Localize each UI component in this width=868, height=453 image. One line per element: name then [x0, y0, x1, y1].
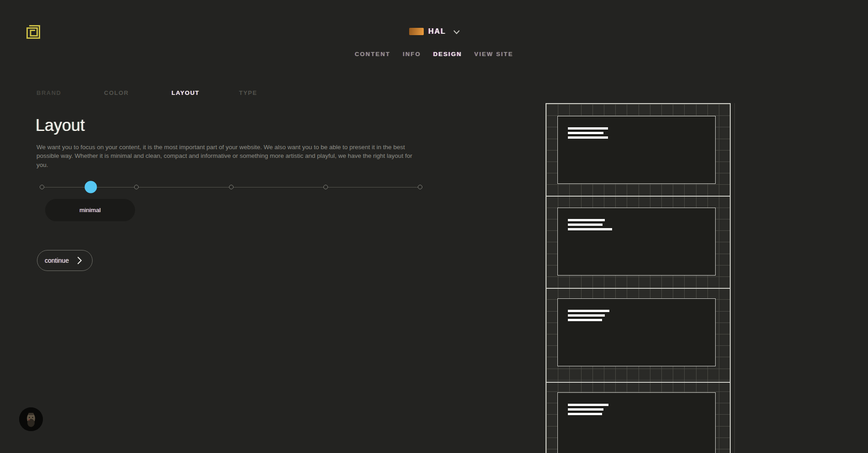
- slider-tick[interactable]: [40, 185, 44, 189]
- skeleton-text-bar: [568, 228, 612, 230]
- skeleton-text-bar: [568, 404, 608, 406]
- skeleton-text-bar: [568, 413, 602, 415]
- skeleton-text-bar: [568, 132, 603, 134]
- slider-tick[interactable]: [134, 185, 139, 189]
- avatar-face-image: [19, 407, 43, 431]
- section-divider: [546, 288, 730, 289]
- chevron-right-icon: [77, 256, 82, 265]
- site-name: HAL: [428, 27, 446, 36]
- layout-slider[interactable]: [42, 181, 420, 193]
- slider-tick[interactable]: [229, 185, 234, 189]
- tab-type[interactable]: TYPE: [239, 89, 307, 96]
- skeleton-text-bar: [568, 127, 608, 130]
- nav-item-design[interactable]: DESIGN: [433, 51, 462, 57]
- tab-layout[interactable]: LAYOUT: [172, 89, 239, 96]
- skeleton-text-bar: [568, 310, 609, 312]
- g-spiral-path: [27, 26, 40, 38]
- skeleton-text-bar: [568, 219, 605, 221]
- main-nav: CONTENT INFO DESIGN VIEW SITE: [0, 51, 868, 57]
- nav-item-view-site[interactable]: VIEW SITE: [474, 51, 514, 57]
- skeleton-text-bar: [568, 319, 602, 321]
- preview-card: [557, 116, 716, 184]
- preview-card: [557, 298, 716, 366]
- chevron-down-icon: [453, 30, 460, 34]
- skeleton-text-bar: [568, 136, 608, 139]
- nav-item-content[interactable]: CONTENT: [355, 51, 390, 57]
- slider-tick[interactable]: [323, 185, 328, 189]
- design-sub-tabs: BRAND COLOR LAYOUT TYPE: [36, 89, 307, 96]
- page-description: We want you to focus on your content, it…: [36, 143, 423, 170]
- preview-card: [557, 208, 716, 276]
- skeleton-text-bar: [568, 314, 605, 317]
- site-color-swatch: [409, 28, 424, 35]
- tab-brand[interactable]: BRAND: [36, 89, 104, 96]
- skeleton-text-bar: [568, 408, 603, 411]
- slider-value-pill: minimal: [45, 199, 135, 221]
- g-spiral-logo[interactable]: [26, 25, 41, 39]
- section-divider: [546, 196, 730, 197]
- page-title: Layout: [36, 116, 85, 135]
- design-layout-page: HAL CONTENT INFO DESIGN VIEW SITE BRAND …: [0, 0, 868, 453]
- site-dropdown[interactable]: HAL: [409, 27, 460, 36]
- layout-preview-panel: [546, 103, 731, 453]
- preview-card: [557, 392, 716, 453]
- section-divider: [546, 382, 730, 383]
- slider-value-label: minimal: [79, 207, 101, 213]
- tab-color[interactable]: COLOR: [104, 89, 172, 96]
- continue-label: continue: [45, 257, 69, 264]
- nav-item-info[interactable]: INFO: [403, 51, 421, 57]
- outer-gridline: [734, 103, 735, 453]
- continue-button[interactable]: continue: [37, 250, 93, 271]
- user-avatar[interactable]: [19, 407, 43, 431]
- slider-tick[interactable]: [418, 185, 422, 189]
- skeleton-text-bar: [568, 224, 603, 226]
- slider-thumb[interactable]: [84, 181, 97, 193]
